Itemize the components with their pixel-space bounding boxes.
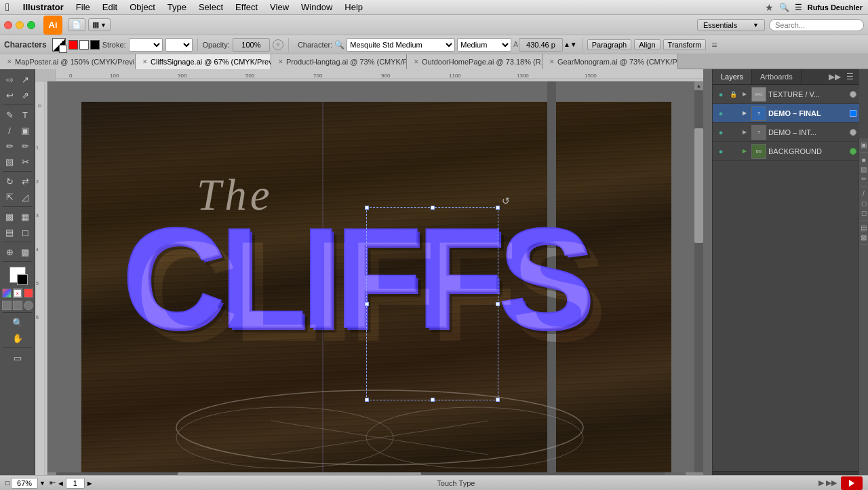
menu-illustrator[interactable]: Illustrator: [18, 1, 69, 14]
tab-close-4[interactable]: ✕: [549, 58, 555, 65]
menu-help[interactable]: Help: [339, 1, 368, 14]
new-document-button[interactable]: 📄: [68, 18, 85, 31]
layer-expand-demo-int[interactable]: ▶: [740, 128, 749, 137]
stroke-panel-icon[interactable]: /: [863, 190, 865, 197]
pencil-tool[interactable]: ✏: [18, 138, 33, 153]
handle-bc[interactable]: [431, 398, 435, 402]
tab-close-3[interactable]: ✕: [414, 58, 419, 65]
gradient-tool[interactable]: ◻: [18, 225, 33, 240]
maximize-window-button[interactable]: [27, 21, 35, 29]
layer-lock-background[interactable]: [728, 147, 738, 156]
artboard-tool[interactable]: ▭: [10, 350, 25, 365]
line-tool[interactable]: /: [2, 123, 17, 138]
search-input[interactable]: [769, 19, 864, 31]
transparency-panel-icon[interactable]: ◻: [861, 209, 867, 216]
arrangement-button[interactable]: ▦ ▼: [88, 18, 111, 31]
layer-expand-background[interactable]: ▶: [740, 147, 749, 156]
gradient-fill-button[interactable]: [2, 288, 12, 298]
column-graph-tool[interactable]: ▩: [18, 244, 33, 259]
reflect-tool[interactable]: ⇄: [18, 174, 33, 189]
paragraph-button[interactable]: Paragraph: [587, 39, 631, 50]
youtube-subscribe-button[interactable]: [841, 476, 863, 490]
transform-button[interactable]: Transform: [663, 39, 707, 50]
expand-panel-icon[interactable]: ▶▶: [827, 71, 842, 83]
tab-close-1[interactable]: ✕: [142, 58, 148, 65]
gradient-panel-icon[interactable]: ◻: [861, 200, 867, 207]
scroll-thumb-v[interactable]: [694, 128, 703, 243]
tab-1[interactable]: ✕ CliffsSignage.ai @ 67% (CMYK/Preview): [136, 54, 271, 69]
play-forward-button[interactable]: ▶: [818, 478, 824, 487]
swatches-panel-icon[interactable]: ▧: [861, 166, 867, 173]
graph-tool[interactable]: ▩: [2, 209, 17, 224]
layer-lock-demo-int[interactable]: [728, 128, 738, 137]
scroll-up-button[interactable]: ▲: [694, 81, 703, 90]
layer-visibility-background[interactable]: ●: [715, 146, 726, 157]
color-white-button[interactable]: [79, 40, 89, 50]
pen-tool[interactable]: ✎: [2, 107, 17, 122]
stroke-select[interactable]: [129, 38, 163, 52]
layers-tab[interactable]: Layers: [713, 69, 752, 84]
zoom-tool[interactable]: 🔍: [10, 315, 25, 330]
scale-tool[interactable]: ⇱: [2, 189, 17, 204]
appearance-panel-icon[interactable]: ▤: [861, 224, 867, 231]
properties-panel-icon[interactable]: ▣: [860, 141, 867, 149]
full-screen-mode-button[interactable]: [13, 301, 22, 310]
handle-tc[interactable]: [431, 206, 435, 210]
handle-bl[interactable]: [365, 398, 369, 402]
font-select[interactable]: Mesquite Std Medium: [347, 38, 455, 52]
graphic-styles-icon[interactable]: ▩: [861, 233, 867, 241]
layer-visibility-demo-int[interactable]: ●: [715, 127, 726, 138]
layer-row-background[interactable]: ● ▶ BG BACKGROUND: [713, 142, 859, 161]
opacity-circle-button[interactable]: ○: [273, 39, 283, 50]
first-page-button[interactable]: ⇤: [50, 478, 56, 487]
artboard[interactable]: The CLIFFS CLIFFS ↺: [81, 102, 671, 481]
zoom-arrow[interactable]: ▼: [39, 480, 45, 487]
fill-swatch[interactable]: [9, 267, 26, 283]
normal-mode-button[interactable]: [2, 301, 12, 310]
preview-mode-button[interactable]: [24, 301, 33, 310]
layer-row-demo-final[interactable]: ● ▶ T DEMO – FINAL: [713, 104, 859, 123]
tab-0[interactable]: ✕ MapPoster.ai @ 150% (CMYK/Previ...: [0, 54, 136, 69]
shear-tool[interactable]: ◿: [18, 189, 33, 204]
handle-lc[interactable]: [365, 302, 369, 306]
scissors-tool[interactable]: ✂: [18, 154, 33, 169]
handle-tl[interactable]: [365, 206, 369, 210]
direct-selection-tool[interactable]: ↗: [18, 72, 33, 87]
free-transform-tool[interactable]: ⇗: [18, 88, 33, 102]
font-size-stepper[interactable]: ▲▼: [564, 41, 577, 48]
layer-lock-texture[interactable]: 🔒: [728, 90, 738, 99]
prev-page-button[interactable]: ◄: [57, 479, 64, 487]
solid-fill-button[interactable]: [24, 288, 33, 298]
brushes-panel-icon[interactable]: ✏: [861, 175, 867, 183]
tab-2[interactable]: ✕ ProductHangtag.ai @ 73% (CMYK/P...: [271, 54, 407, 69]
color-panel-icon[interactable]: ■: [861, 156, 865, 164]
hamburger-menu-icon[interactable]: ☰: [795, 3, 802, 12]
layer-visibility-demo-final[interactable]: ●: [715, 108, 726, 119]
menu-view[interactable]: View: [264, 1, 294, 14]
artboards-tab[interactable]: Artboards: [752, 69, 802, 84]
font-style-select[interactable]: Medium: [457, 38, 511, 52]
layer-expand-demo-final[interactable]: ▶: [740, 109, 749, 118]
handle-br[interactable]: [496, 398, 500, 402]
apple-menu[interactable]: : [5, 1, 9, 14]
text-tool[interactable]: T: [18, 107, 33, 122]
menu-select[interactable]: Select: [193, 1, 229, 14]
no-fill-button[interactable]: ×: [13, 288, 22, 298]
menu-file[interactable]: File: [71, 1, 96, 14]
menu-type[interactable]: Type: [162, 1, 192, 14]
minimize-window-button[interactable]: [16, 21, 24, 29]
zoom-field[interactable]: 67%: [11, 478, 38, 489]
opacity-field[interactable]: 100%: [233, 38, 270, 52]
selection-tool[interactable]: ⇨: [2, 72, 17, 87]
page-number-field[interactable]: 1: [66, 478, 85, 489]
hand-tool[interactable]: ✋: [10, 331, 25, 345]
tab-close-0[interactable]: ✕: [7, 58, 12, 65]
vertical-scrollbar[interactable]: ▲ ▼: [694, 81, 703, 481]
mesh-tool[interactable]: ▤: [2, 225, 17, 240]
eraser-tool[interactable]: ▧: [2, 154, 17, 169]
paint-brush-tool[interactable]: ✏: [2, 138, 17, 153]
layer-lock-demo-final[interactable]: [728, 109, 738, 118]
tab-4[interactable]: ✕ GearMonogram.ai @ 73% (CMYK/Pr...: [542, 54, 678, 69]
layer-row-demo-int[interactable]: ● ▶ T DEMO – INT...: [713, 123, 859, 142]
panel-menu-icon[interactable]: ☰: [845, 71, 855, 83]
